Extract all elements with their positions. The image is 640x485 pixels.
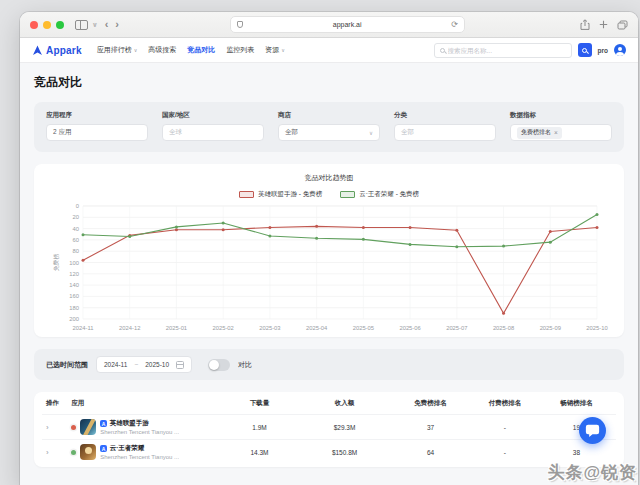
data-point[interactable] <box>549 241 552 244</box>
data-point[interactable] <box>222 228 225 231</box>
search-icon <box>582 48 587 53</box>
chevron-down-icon: ∨ <box>281 47 285 53</box>
x-tick-label: 2024-12 <box>119 325 140 331</box>
nav-item-rankings[interactable]: 应用排行榜 ∨ <box>97 45 138 55</box>
share-icon[interactable] <box>580 19 590 30</box>
app-publisher: Shenzhen Tencent Tianyou ... <box>100 429 179 435</box>
pro-badge[interactable]: pro <box>598 47 608 54</box>
page-title: 竞品对比 <box>34 74 624 91</box>
y-tick-label: 60 <box>73 237 79 243</box>
data-point[interactable] <box>549 230 552 233</box>
remove-tag-icon[interactable]: × <box>554 129 558 136</box>
data-point[interactable] <box>409 243 412 246</box>
filter-label: 国家/地区 <box>162 111 264 120</box>
end-date: 2025-10 <box>145 361 169 368</box>
browser-chrome: ∨ ‹ › appark.ai ⟳ <box>20 12 638 38</box>
data-point[interactable] <box>128 235 131 238</box>
expand-row-icon[interactable]: › <box>46 423 49 432</box>
expand-row-icon[interactable]: › <box>46 448 49 457</box>
date-range-picker[interactable]: 2024-11 ~ 2025-10 <box>96 356 192 373</box>
y-tick-label: 180 <box>69 305 79 311</box>
data-point[interactable] <box>596 213 599 216</box>
trend-line-chart[interactable]: 0204060801001201401601802002024-112024-1… <box>44 201 614 335</box>
filter-store: 商店 全部 ∨ <box>278 111 380 141</box>
data-point[interactable] <box>82 233 85 236</box>
x-tick-label: 2025-02 <box>213 325 234 331</box>
data-point[interactable] <box>362 238 365 241</box>
grossing-rank-value: 38 <box>537 449 616 456</box>
back-icon[interactable]: ‹ <box>105 19 109 30</box>
appark-logo[interactable]: Appark <box>32 45 82 56</box>
data-point[interactable] <box>175 225 178 228</box>
data-point[interactable] <box>455 245 458 248</box>
x-tick-label: 2025-08 <box>493 325 514 331</box>
nav-item-label: 高级搜索 <box>148 45 176 55</box>
url-text: appark.ai <box>243 21 451 28</box>
start-date: 2024-11 <box>104 361 127 368</box>
forward-icon[interactable]: › <box>115 19 119 30</box>
chat-bubble-icon <box>585 424 600 438</box>
app-search-box[interactable] <box>434 43 572 58</box>
sidebar-chevron-icon[interactable]: ∨ <box>92 21 98 28</box>
chevron-down-icon: ∨ <box>134 47 138 53</box>
data-point[interactable] <box>409 226 412 229</box>
metric-input[interactable]: 免费榜排名 × <box>510 124 612 141</box>
applications-input[interactable]: 2 应用 <box>46 124 148 141</box>
reload-icon[interactable]: ⟳ <box>451 20 458 29</box>
nav-item-monitor-list[interactable]: 监控列表 <box>226 45 254 55</box>
date-separator: ~ <box>134 361 138 368</box>
tab-overview-icon[interactable] <box>617 20 628 30</box>
new-tab-icon[interactable] <box>599 20 608 29</box>
free-rank-value: 64 <box>388 449 473 456</box>
y-tick-label: 120 <box>69 271 79 277</box>
nav-item-resources[interactable]: 资源 ∨ <box>265 45 285 55</box>
chat-support-button[interactable] <box>579 417 606 444</box>
zoom-window-button[interactable] <box>56 21 64 29</box>
x-tick-label: 2025-10 <box>586 325 607 331</box>
data-point[interactable] <box>315 225 318 228</box>
store-select[interactable]: 全部 ∨ <box>278 124 380 141</box>
main-content: 竞品对比 应用程序 2 应用 国家/地区 全球 商店 全部 ∨ <box>20 63 638 485</box>
app-publisher: Shenzhen Tencent Tianyou ... <box>100 454 179 460</box>
close-window-button[interactable] <box>30 21 38 29</box>
data-point[interactable] <box>502 245 505 248</box>
app-icon-lol-wild-rift <box>80 419 96 435</box>
data-point[interactable] <box>362 226 365 229</box>
data-point[interactable] <box>268 226 271 229</box>
minimize-window-button[interactable] <box>43 21 51 29</box>
chrome-actions <box>580 19 628 30</box>
nav-item-advanced-search[interactable]: 高级搜索 <box>148 45 176 55</box>
legend-swatch <box>239 191 254 198</box>
category-input[interactable]: 全部 <box>394 124 496 141</box>
address-bar[interactable]: appark.ai ⟳ <box>230 16 465 33</box>
user-avatar[interactable] <box>614 44 626 56</box>
metric-tag: 免费榜排名 × <box>517 127 562 139</box>
data-point[interactable] <box>222 221 225 224</box>
app-search-input[interactable] <box>448 47 566 54</box>
nav-item-competitor-compare[interactable]: 竞品对比 <box>187 45 215 55</box>
app-name[interactable]: 英雄联盟手游 <box>110 419 149 428</box>
search-button[interactable] <box>578 43 592 57</box>
y-tick-label: 40 <box>73 226 79 232</box>
legend-item-lol[interactable]: 英雄联盟手游 - 免费榜 <box>239 190 322 199</box>
compare-toggle[interactable] <box>208 359 230 371</box>
downloads-value: 14.3M <box>218 449 301 456</box>
data-point[interactable] <box>175 228 178 231</box>
data-point[interactable] <box>315 237 318 240</box>
nav-item-label: 资源 <box>265 45 279 55</box>
data-point[interactable] <box>596 226 599 229</box>
x-tick-label: 2025-05 <box>353 325 374 331</box>
app-name[interactable]: 云·王者荣耀 <box>110 444 145 453</box>
country-input[interactable]: 全球 <box>162 124 264 141</box>
search-icon <box>440 48 445 53</box>
data-point[interactable] <box>502 312 505 315</box>
watermark: 头条@锐资 <box>547 461 637 484</box>
data-point[interactable] <box>82 259 85 262</box>
col-header-paid-rank: 付费榜排名 <box>473 399 537 408</box>
data-point[interactable] <box>268 234 271 237</box>
sidebar-icon[interactable] <box>75 20 88 30</box>
filter-label: 应用程序 <box>46 111 148 120</box>
table-row: › A 英雄联盟手游 Shenzhen Tencent Tianyou ... … <box>42 414 616 439</box>
legend-item-wzry[interactable]: 云·王者荣耀 - 免费榜 <box>340 190 419 199</box>
data-point[interactable] <box>455 229 458 232</box>
